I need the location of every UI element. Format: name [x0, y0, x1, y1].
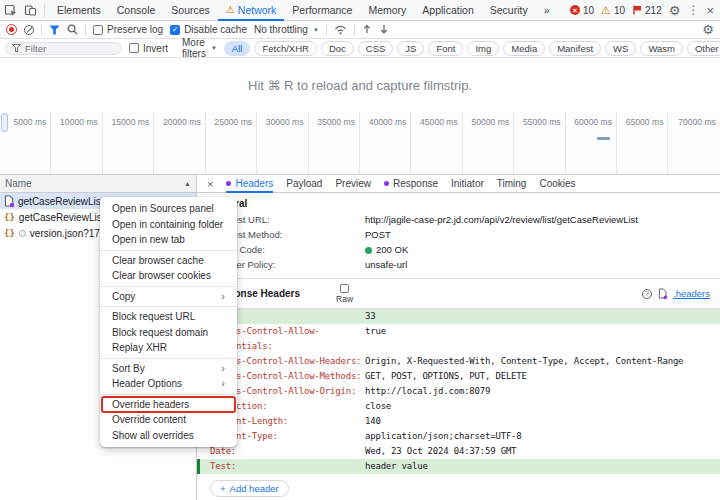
tab-memory[interactable]: Memory — [360, 0, 414, 21]
invert-checkbox[interactable]: Invert — [129, 43, 168, 54]
settings-gear-icon[interactable]: ⚙ — [669, 4, 681, 17]
menu-item-clear-cache[interactable]: Clear browser cache — [100, 253, 237, 269]
chip-all[interactable]: All — [224, 41, 251, 56]
network-conditions-icon[interactable] — [334, 24, 347, 35]
tab-initiator[interactable]: Initiator — [451, 175, 484, 193]
general-row: Status Code: 200 OK — [197, 242, 720, 257]
response-headers-tools: ? .headers — [642, 288, 710, 299]
header-row[interactable]: Content-Type: application/json;charset=U… — [197, 429, 720, 444]
header-value: Origin, X-Requested-With, Content-Type, … — [365, 354, 720, 369]
network-overview-ruler[interactable]: 5000 ms 10000 ms 15000 ms 20000 ms 25000… — [0, 112, 720, 175]
header-row-overridden[interactable]: 33 — [197, 309, 720, 324]
menu-item-sort-by[interactable]: Sort By › — [100, 361, 237, 377]
chip-fetch-xhr[interactable]: Fetch/XHR — [254, 41, 316, 56]
chip-wasm[interactable]: Wasm — [640, 41, 683, 56]
header-row[interactable]: Content-Length: 140 — [197, 414, 720, 429]
header-value: http://local.jd.com:8079 — [365, 384, 720, 399]
add-header-button[interactable]: + Add header — [210, 480, 289, 497]
help-icon[interactable]: ? — [642, 289, 652, 299]
close-devtools-icon[interactable]: × — [706, 4, 714, 17]
export-har-icon[interactable] — [379, 24, 389, 35]
header-row[interactable]: Access-Control-Allow-Methods: GET, POST,… — [197, 369, 720, 384]
plus-icon: + — [220, 483, 226, 494]
header-row[interactable]: Date: Wed, 23 Oct 2024 04:37:59 GMT — [197, 444, 720, 459]
raw-label: Raw — [336, 294, 353, 304]
clear-network-log-icon[interactable] — [24, 25, 34, 35]
filter-input[interactable] — [25, 43, 115, 54]
tab-security[interactable]: Security — [482, 0, 536, 21]
request-name: getCaseReviewList — [18, 196, 104, 207]
header-row[interactable]: Access-Control-Allow-Credentials: true — [197, 324, 720, 354]
menu-item-replay-xhr[interactable]: Replay XHR — [100, 340, 237, 356]
header-row-overridden[interactable]: Test: header value — [197, 459, 720, 474]
tabbar-right-cluster: ✕ 10 ⚠ 10 212 ⚙ ⋮ × — [570, 4, 720, 17]
header-row[interactable]: Access-Control-Allow-Headers: Origin, X-… — [197, 354, 720, 369]
chip-manifest[interactable]: Manifest — [549, 41, 601, 56]
menu-item-clear-cookies[interactable]: Clear browser cookies — [100, 268, 237, 284]
throttling-dropdown[interactable]: No throttling ▼ — [254, 24, 319, 35]
menu-item-block-url[interactable]: Block request URL — [100, 309, 237, 325]
tab-cookies[interactable]: Cookies — [539, 175, 575, 193]
menu-item-block-domain[interactable]: Block request domain — [100, 325, 237, 341]
headers-override-link[interactable]: .headers — [673, 288, 710, 299]
tab-console[interactable]: Console — [109, 0, 164, 21]
menu-divider — [100, 394, 237, 395]
tab-headers[interactable]: Headers — [226, 175, 273, 193]
error-badge[interactable]: ✕ 10 — [570, 5, 594, 16]
response-headers-list: 33 Access-Control-Allow-Credentials: tru… — [197, 309, 720, 474]
menu-item-show-all-overrides[interactable]: Show all overrides — [100, 428, 237, 444]
checkbox-unchecked — [129, 43, 139, 53]
tab-payload[interactable]: Payload — [286, 175, 322, 193]
header-row[interactable]: Connection: close — [197, 399, 720, 414]
kebab-menu-icon[interactable]: ⋮ — [687, 4, 699, 16]
device-toolbar-icon[interactable] — [20, 0, 40, 20]
chip-doc[interactable]: Doc — [321, 41, 354, 56]
header-value: Wed, 23 Oct 2024 04:37:59 GMT — [365, 444, 720, 459]
menu-item-copy[interactable]: Copy › — [100, 289, 237, 305]
menu-item-header-options[interactable]: Header Options › — [100, 376, 237, 392]
tab-response[interactable]: Response — [384, 175, 438, 193]
import-har-icon[interactable] — [362, 24, 372, 35]
overview-selection-handle — [1, 113, 8, 132]
menu-item-open-in-new-tab[interactable]: Open in new tab — [100, 232, 237, 248]
header-row[interactable]: Access-Control-Allow-Origin: http://loca… — [197, 384, 720, 399]
tab-network[interactable]: ⚠ Network — [218, 0, 284, 21]
tab-preview[interactable]: Preview — [335, 175, 371, 193]
tab-performance[interactable]: Performance — [284, 0, 360, 21]
tab-timing[interactable]: Timing — [497, 175, 527, 193]
more-filters-dropdown[interactable]: More filters ▼ — [182, 37, 217, 59]
menu-item-override-headers[interactable]: Override headers — [102, 397, 235, 413]
tab-elements[interactable]: Elements — [49, 0, 109, 21]
menu-item-open-in-sources[interactable]: Open in Sources panel — [100, 201, 237, 217]
warning-badge[interactable]: ⚠ 10 — [601, 5, 625, 16]
record-button[interactable] — [6, 24, 17, 35]
preserve-log-checkbox[interactable]: Preserve log — [93, 24, 163, 35]
chip-font[interactable]: Font — [428, 41, 463, 56]
chip-css[interactable]: CSS — [358, 41, 394, 56]
override-file-icon[interactable] — [658, 288, 667, 299]
header-value: header value — [365, 459, 720, 474]
general-section-title[interactable]: General — [197, 193, 720, 212]
more-tabs-button[interactable]: » — [536, 0, 558, 21]
tab-application[interactable]: Application — [414, 0, 481, 21]
raw-checkbox[interactable]: Raw — [336, 284, 353, 304]
chip-other[interactable]: Other — [687, 41, 720, 56]
menu-item-override-content[interactable]: Override content — [100, 412, 237, 428]
chip-ws[interactable]: WS — [605, 41, 636, 56]
filter-input-box[interactable] — [5, 42, 122, 55]
disable-cache-checkbox[interactable]: ✓ Disable cache — [170, 24, 247, 35]
network-settings-gear-icon[interactable]: ⚙ — [702, 23, 714, 36]
menu-item-open-in-folder[interactable]: Open in containing folder — [100, 217, 237, 233]
close-details-icon[interactable]: × — [207, 178, 213, 190]
issues-badge[interactable]: 212 — [632, 5, 662, 16]
name-column-header[interactable]: Name ▲ — [0, 175, 196, 193]
chip-js[interactable]: JS — [397, 41, 424, 56]
filter-icon[interactable] — [49, 25, 60, 35]
search-icon[interactable] — [67, 24, 78, 35]
inspect-element-icon[interactable] — [0, 0, 20, 20]
status-code-value: 200 OK — [365, 244, 408, 255]
tab-sources[interactable]: Sources — [163, 0, 218, 21]
header-value: 33 — [365, 309, 720, 324]
chip-img[interactable]: Img — [467, 41, 499, 56]
chip-media[interactable]: Media — [503, 41, 545, 56]
